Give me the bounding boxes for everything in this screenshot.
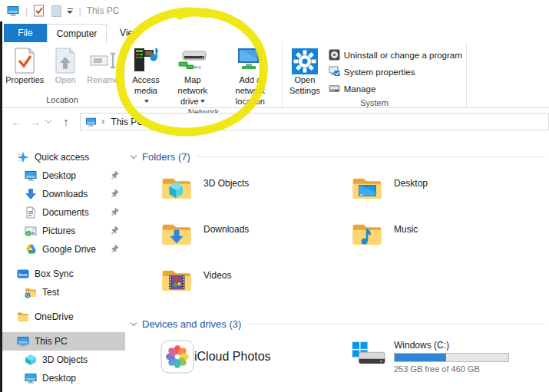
icloud-photos-icon: [160, 340, 194, 374]
svg-text:box: box: [18, 272, 28, 277]
new-folder-quick-icon[interactable]: [51, 5, 61, 17]
add-network-location-button[interactable]: Add a network location: [220, 44, 280, 107]
address-bar[interactable]: › This PC: [80, 113, 549, 130]
folder-videos-icon: [160, 265, 194, 296]
tile-videos[interactable]: Videos: [160, 265, 351, 296]
sidebar-item-box-sync[interactable]: box Box Sync: [2, 265, 125, 283]
group-label-location: Location: [0, 94, 124, 107]
tab-computer[interactable]: Computer: [47, 24, 107, 42]
manage-icon: [329, 83, 340, 96]
tile-music[interactable]: Music: [351, 219, 547, 250]
back-button[interactable]: ←: [8, 115, 26, 128]
sidebar-item-test[interactable]: Test: [2, 283, 125, 301]
open-settings-button[interactable]: Open Settings: [284, 44, 326, 97]
sidebar-item-desktop[interactable]: Desktop: [2, 166, 125, 185]
folder-downloads-icon: [160, 219, 194, 250]
file-explorer-window: | | This PC File Computer View: [0, 0, 549, 392]
desktop-icon: [25, 170, 37, 182]
windows-c-drive-icon: [351, 340, 386, 374]
divider: [247, 324, 545, 324]
this-pc-icon: [17, 335, 29, 348]
title-bar: | | This PC: [0, 0, 549, 21]
network-location-icon: [235, 46, 266, 75]
map-network-drive-button[interactable]: Map network drive: [165, 44, 220, 107]
breadcrumb-chevron-icon[interactable]: ›: [101, 115, 104, 127]
system-properties-button[interactable]: System properties: [329, 64, 462, 81]
folder-3d-objects-icon: [160, 173, 194, 204]
customize-quick-access-toolbar-icon[interactable]: [67, 8, 73, 14]
sidebar-item-downloads[interactable]: Downloads: [2, 185, 125, 203]
divider: |: [25, 5, 28, 17]
google-drive-icon: [25, 243, 37, 255]
folder-desktop-icon: [351, 173, 385, 204]
access-media-button[interactable]: Access media: [127, 44, 165, 107]
tile-desktop[interactable]: Desktop: [351, 173, 547, 204]
recent-locations-chevron-icon[interactable]: [45, 117, 51, 124]
3d-objects-icon: [25, 354, 37, 366]
uninstall-program-button[interactable]: Uninstall or change a program: [329, 47, 462, 64]
tile-icloud-photos[interactable]: iCloud Photos: [160, 340, 351, 374]
ribbon: Properties Open: [0, 42, 549, 108]
navigation-bar: ← → ↑ › This PC: [0, 108, 549, 135]
ribbon-group-network: Access media: [125, 42, 283, 107]
properties-button[interactable]: Properties: [0, 44, 49, 94]
chevron-down-icon: [131, 319, 137, 325]
tile-downloads[interactable]: Downloads: [160, 219, 351, 250]
media-server-icon: [132, 46, 160, 75]
forward-button[interactable]: →: [26, 115, 45, 128]
section-header-devices[interactable]: Devices and drives (3): [130, 317, 547, 331]
sidebar-item-google-drive[interactable]: Google Drive: [2, 240, 125, 259]
pin-icon: [110, 245, 119, 254]
pin-icon: [110, 208, 119, 217]
tile-3d-objects[interactable]: 3D Objects: [160, 173, 351, 204]
sidebar-item-documents[interactable]: Documents: [2, 203, 125, 222]
pin-icon: [110, 226, 119, 236]
pictures-icon: [25, 225, 37, 237]
breadcrumb-this-pc[interactable]: This PC: [111, 117, 144, 127]
sidebar-item-quick-access[interactable]: Quick access: [2, 148, 125, 166]
sidebar-item-pictures[interactable]: Pictures: [2, 222, 125, 240]
section-header-folders[interactable]: Folders (7): [130, 150, 547, 163]
ribbon-tab-bar: File Computer View: [0, 21, 549, 42]
navigation-pane: Quick access Desktop Downloads: [0, 135, 125, 392]
sidebar-item-desktop-pc[interactable]: Desktop: [2, 369, 125, 387]
manage-button[interactable]: Manage: [329, 81, 462, 97]
uninstall-program-icon: [329, 49, 340, 62]
dropdown-arrow-icon: [200, 100, 205, 103]
system-properties-icon: [329, 66, 340, 79]
quick-access-star-icon: [17, 151, 29, 163]
pin-icon: [110, 171, 119, 180]
divider: |: [78, 5, 81, 17]
chevron-down-icon: [131, 152, 137, 158]
divider: [197, 156, 545, 157]
ribbon-group-system: Open Settings Uninstall or change a prog: [283, 42, 467, 107]
folder-icon: [17, 311, 29, 323]
tab-view[interactable]: View: [107, 24, 153, 42]
rename-button[interactable]: Rename: [81, 44, 124, 94]
open-button[interactable]: Open: [49, 44, 81, 94]
box-sync-icon: box: [17, 268, 29, 280]
open-icon: [55, 46, 76, 75]
sidebar-item-3d-objects[interactable]: 3D Objects: [2, 351, 125, 369]
location-monitor-icon: [85, 117, 97, 127]
tile-windows-c[interactable]: Windows (C:) 253 GB free of 460 GB: [351, 340, 547, 374]
drive-name: Windows (C:): [394, 340, 509, 351]
sidebar-item-onedrive[interactable]: OneDrive: [2, 308, 125, 326]
capacity-text: 253 GB free of 460 GB: [394, 364, 509, 374]
downloads-icon: [25, 188, 37, 200]
sidebar-item-this-pc[interactable]: This PC: [2, 332, 125, 351]
pin-icon: [110, 189, 119, 199]
desktop-icon: [25, 372, 37, 384]
properties-quick-icon[interactable]: [33, 5, 45, 17]
content-pane: Folders (7) 3D Objects: [125, 135, 549, 392]
capacity-bar: [394, 353, 509, 362]
rename-icon: [89, 46, 117, 75]
folder-sync-icon: [25, 286, 37, 298]
folder-music-icon: [351, 219, 385, 250]
screen-edge: [0, 21, 2, 392]
dropdown-arrow-icon: [144, 100, 149, 103]
window-title: This PC: [87, 5, 120, 16]
up-button[interactable]: ↑: [57, 115, 75, 128]
tab-file[interactable]: File: [4, 24, 47, 42]
network-drive-icon: [177, 46, 208, 75]
